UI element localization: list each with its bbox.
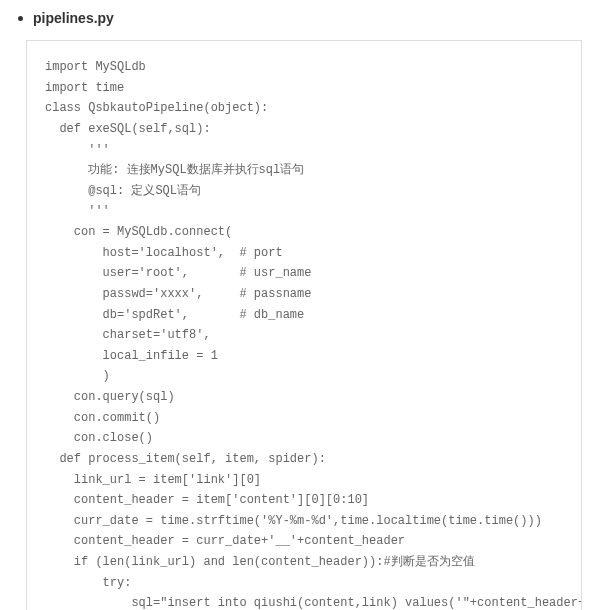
bullet-icon	[18, 16, 23, 21]
code-content: import MySQLdb import time class Qsbkaut…	[45, 57, 581, 610]
filename-label: pipelines.py	[33, 10, 114, 26]
code-block: import MySQLdb import time class Qsbkaut…	[26, 40, 582, 610]
section-heading: pipelines.py	[18, 10, 592, 26]
